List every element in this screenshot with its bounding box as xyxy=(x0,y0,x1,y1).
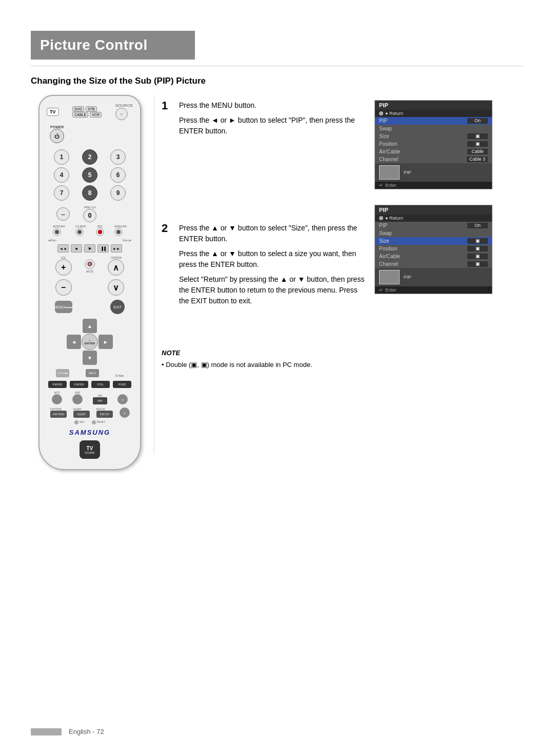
pip-return-1: ● Return xyxy=(375,110,492,117)
pip-screen-2: PIP ● Return PIP On Swap Size ▣ Position… xyxy=(374,205,492,294)
mts-button xyxy=(52,394,62,404)
instructions-area: 1 Press the MENU button. Press the ◄ or … xyxy=(162,100,367,320)
info-button: INFO xyxy=(86,369,99,377)
pip-preview-2: PIP xyxy=(375,268,492,286)
enter-icon-2: ↵ xyxy=(379,287,383,293)
cable-button: CABLE xyxy=(72,112,88,118)
tv-guide-logo-badge: TV GUIDE xyxy=(45,440,135,459)
pip-item-2-swap: Swap xyxy=(375,229,492,237)
pip-item-2-pip: PIP On xyxy=(375,222,492,229)
dpad-down: ▼ xyxy=(83,351,97,365)
pip-item-1-position: Position ▣ xyxy=(375,140,492,148)
enter-text-2: Enter xyxy=(385,287,397,293)
fwd-button: ►► xyxy=(111,244,122,253)
footer: English - 72 xyxy=(31,728,523,735)
tv-button: TV xyxy=(47,108,59,116)
return-dot-1 xyxy=(379,111,383,115)
psize-button: P.SIZE xyxy=(113,381,131,388)
return-text-2: ● Return xyxy=(385,216,403,221)
power-button: ⏻ xyxy=(50,129,64,143)
pip-screenshots: PIP ● Return PIP On Swap Size ▣ Position… xyxy=(374,100,523,309)
btn-8: 8 xyxy=(82,185,97,201)
dpad-left: ◄ xyxy=(67,335,81,349)
vol-down-button: – xyxy=(55,279,72,296)
day-fwd-label: Day+|► xyxy=(123,239,132,242)
tvguide-button: TV Guide xyxy=(56,369,69,377)
note-title: NOTE xyxy=(162,349,357,357)
antenna-button xyxy=(53,228,61,236)
btn-6: 6 xyxy=(110,167,126,183)
pip-item-2-size: Size ▣ xyxy=(375,237,492,245)
enter-icon-1: ↵ xyxy=(379,183,383,188)
pip-item-1-swap: Swap xyxy=(375,125,492,132)
up-button-small: ∧ xyxy=(117,394,128,404)
dnet-label: D-Net xyxy=(115,374,124,377)
title-rule xyxy=(31,66,523,66)
step-1-para-1: Press the MENU button. xyxy=(179,100,367,111)
step-1-number: 1 xyxy=(162,100,172,141)
footer-bar xyxy=(31,728,62,735)
pip-item-2-aircable: Air/Cable ▣ xyxy=(375,253,492,260)
pip-header-2: PIP xyxy=(375,205,492,215)
samsung-logo: SAMSUNG xyxy=(45,425,135,438)
step-2-text: Press the ▲ or ▼ button to select "Size"… xyxy=(179,223,367,311)
page-title-banner: Picture Control xyxy=(31,31,195,60)
dpad-up: ▲ xyxy=(83,319,97,333)
srs-button xyxy=(72,394,83,404)
wiselink-button xyxy=(114,228,123,236)
remote-control-image: TV DVD STB CABLE VCR SOURCE ○ POWER xyxy=(28,95,151,464)
stop-button: ■ xyxy=(71,244,82,253)
pip-screen-1: PIP ● Return PIP On Swap Size ▣ Position… xyxy=(374,100,492,189)
caption-button: CAPTION xyxy=(50,411,67,418)
stb-button: STB xyxy=(86,106,97,112)
pip-thumbnail-2 xyxy=(379,270,400,284)
function-buttons-row: ANTENNA CH MGR REC WISELINK xyxy=(45,223,135,238)
pip-preview-label-1: PIP xyxy=(404,170,411,175)
ch-down-button: ∨ xyxy=(108,279,124,296)
footer-text: English - 72 xyxy=(69,728,104,735)
caption-row: CAPTION CAPTION SLEEP SLEEP FAV.CH FAV.C… xyxy=(45,406,135,419)
enter-button: ↵ ENTER xyxy=(82,334,98,350)
play-button: ▶ xyxy=(84,244,95,253)
pip-item-2-position: Position ▣ xyxy=(375,245,492,253)
dvd-button: DVD xyxy=(72,106,84,112)
set-reset-row: SET RESET xyxy=(45,419,135,425)
vol-ch-down-row: – ∨ xyxy=(45,278,135,297)
pause-button: ▐▐ xyxy=(97,244,109,253)
dpad: ▲ ◄ ↵ ENTER ► ▼ xyxy=(45,319,135,365)
pip-preview-1: PIP xyxy=(375,163,492,182)
step-2-para-3: Select "Return" by pressing the ▲ or ▼ b… xyxy=(179,274,367,306)
note-text: • Double (▣, ▣) mode is not available in… xyxy=(162,360,357,370)
pip-item-1-channel: Channel Cable 3 xyxy=(375,156,492,163)
btn-4: 4 xyxy=(54,167,69,183)
down-button-small: ∨ xyxy=(120,408,130,418)
smode-button: S.MODE xyxy=(70,381,88,388)
note-section: NOTE • Double (▣, ▣) mode is not availab… xyxy=(162,349,357,370)
step-1-text: Press the MENU button. Press the ◄ or ► … xyxy=(179,100,367,141)
rew-button: ◄◄ xyxy=(57,244,69,253)
number-pad: 1 2 3 4 5 6 7 8 9 xyxy=(45,147,135,203)
pip-header-1: PIP xyxy=(375,101,492,110)
menu-exit-row: MENU▬▬▬ EXIT xyxy=(45,297,135,317)
pip-preview-label-2: PIP xyxy=(404,275,411,280)
exit-button: EXIT xyxy=(110,300,125,314)
return-dot-2 xyxy=(379,216,383,220)
btn-2: 2 xyxy=(82,149,97,165)
step-1: 1 Press the MENU button. Press the ◄ or … xyxy=(162,100,367,141)
ch-up-button: ∧ xyxy=(108,259,124,276)
step-2-para-2: Press the ▲ or ▼ button to select a size… xyxy=(179,248,367,270)
btn-0: 0 xyxy=(83,209,96,222)
pip-item-1-pip: PIP On xyxy=(375,117,492,125)
page-title: Picture Control xyxy=(40,37,148,53)
prech-label: PRE-CH xyxy=(83,206,96,209)
pip-return-2: ● Return xyxy=(375,215,492,222)
step-2-para-1: Press the ▲ or ▼ button to select "Size"… xyxy=(179,223,367,244)
vol-ch-up-row: VOL + 🔇 MUTE CH/PAGE ∧ xyxy=(45,254,135,278)
source-button: ○ xyxy=(115,108,128,120)
menu-button: MENU▬▬▬ xyxy=(55,301,72,313)
source-label: SOURCE xyxy=(115,103,133,108)
still-button: STILL xyxy=(91,381,110,388)
pip-enter-2: ↵ Enter xyxy=(375,286,492,294)
btn-3: 3 xyxy=(110,149,126,165)
dash-button: – xyxy=(56,207,70,221)
